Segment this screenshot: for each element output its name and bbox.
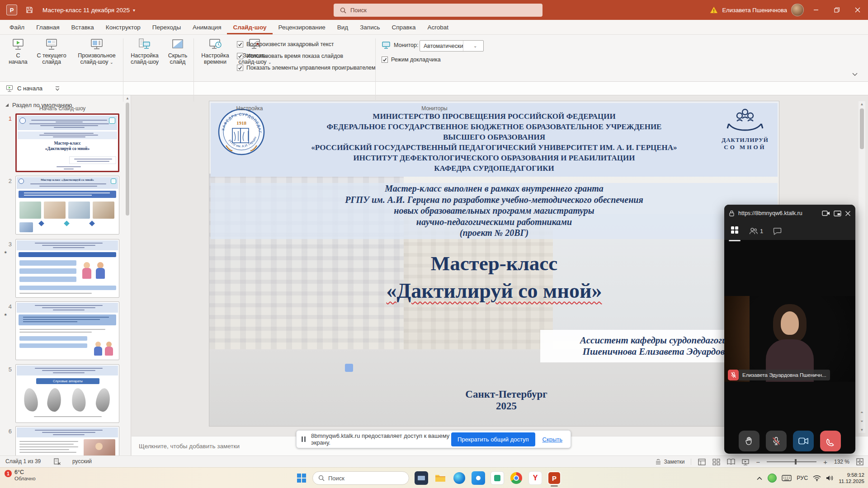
minimize-button[interactable] xyxy=(806,0,826,20)
touch-keyboard-icon[interactable] xyxy=(782,474,792,482)
microphone-muted-button[interactable] xyxy=(766,431,787,451)
restore-button[interactable] xyxy=(826,0,847,20)
slide-counter[interactable]: Слайд 1 из 39 xyxy=(5,458,41,465)
grant-text-block[interactable]: Мастер-класс выполнен в рамках внутренне… xyxy=(211,183,778,239)
record-slideshow-button[interactable]: Записать слайд-шоу ⌄ xyxy=(235,35,275,65)
close-icon[interactable] xyxy=(845,211,851,216)
slideshow-view-icon[interactable] xyxy=(742,459,749,465)
zoom-out-button[interactable]: − xyxy=(756,458,760,466)
search-box[interactable]: Поиск xyxy=(334,4,542,17)
zoom-level[interactable]: 132 % xyxy=(834,459,849,465)
taskbar-icon-display[interactable] xyxy=(415,471,428,485)
zoom-in-button[interactable]: + xyxy=(823,458,827,466)
avatar[interactable] xyxy=(791,4,804,16)
tab-help[interactable]: Справка xyxy=(386,20,421,34)
panel-scroll-up-icon[interactable]: ▲ xyxy=(125,96,130,101)
checkbox-presenter-view[interactable]: Режим докладчика xyxy=(382,56,441,63)
notes-toggle-button[interactable]: Заметки xyxy=(655,459,692,465)
language-indicator[interactable]: русский xyxy=(72,458,92,465)
taskbar-search[interactable]: Поиск xyxy=(312,471,409,485)
volume-icon[interactable] xyxy=(826,475,834,481)
tab-home[interactable]: Главная xyxy=(30,20,65,34)
taskbar-icon-app-teal[interactable] xyxy=(491,471,504,485)
reading-view-icon[interactable] xyxy=(727,459,735,465)
scroll-up-icon[interactable]: ▲ xyxy=(859,101,865,106)
stop-sharing-button[interactable]: Прекратить общий доступ xyxy=(451,432,535,446)
tab-review[interactable]: Рецензирование xyxy=(273,20,331,34)
grid-view-icon[interactable] xyxy=(731,226,739,236)
tab-slideshow[interactable]: Слайд-шоу xyxy=(227,20,272,34)
tray-expand-icon[interactable] xyxy=(756,476,763,480)
picture-in-picture-icon[interactable] xyxy=(834,211,841,216)
slide-title[interactable]: Мастер-класс «Дактилируй со мной» xyxy=(209,250,779,305)
slide-thumbnail-6[interactable] xyxy=(15,426,119,455)
tab-acrobat[interactable]: Acrobat xyxy=(421,20,454,34)
hide-notification-link[interactable]: Скрыть xyxy=(542,436,562,443)
from-current-slide-button[interactable]: С текущего слайда xyxy=(33,35,70,65)
taskbar-icon-chrome[interactable] xyxy=(509,471,523,485)
next-slide-icon[interactable]: ⏷ xyxy=(859,419,865,424)
zoom-slider[interactable] xyxy=(767,461,816,462)
user-name[interactable]: Елизавета Пшеничнова xyxy=(722,7,787,14)
participants-button[interactable]: 1 xyxy=(749,227,763,235)
scroll-down-icon[interactable]: ▼ xyxy=(859,428,865,432)
document-title[interactable]: Мастер-класс 11 декабря 2025▾ xyxy=(42,7,135,14)
tab-file[interactable]: Файл xyxy=(4,20,30,34)
checkbox-show-media-controls[interactable]: Показать элементы управления проигрывате… xyxy=(237,65,376,71)
scrollbar-thumb[interactable] xyxy=(860,108,864,149)
rehearse-timings-button[interactable]: Настройка времени xyxy=(197,35,233,65)
collapse-ribbon-icon[interactable] xyxy=(852,70,858,79)
tray-app-icon-green[interactable] xyxy=(768,474,777,483)
slide-header-block[interactable]: МИНИСТЕРСТВО ПРОСВЕЩЕНИЯ РОССИЙСКОЙ ФЕДЕ… xyxy=(211,103,778,177)
tab-insert[interactable]: Вставка xyxy=(66,20,100,34)
taskbar-icon-app-blue[interactable] xyxy=(472,471,485,485)
city-year-block[interactable]: Санкт-Петербург 2025 xyxy=(461,389,552,412)
taskbar-icon-yandex[interactable]: Y xyxy=(528,471,542,485)
slide-thumbnail-2[interactable]: Мастер-класс «Дактилируй со мной» xyxy=(15,176,119,235)
slide-canvas[interactable]: МИНИСТЕРСТВО ПРОСВЕЩЕНИЯ РОССИЙСКОЙ ФЕДЕ… xyxy=(209,101,779,426)
tab-transitions[interactable]: Переходы xyxy=(146,20,187,34)
tab-design[interactable]: Конструктор xyxy=(100,20,146,34)
call-url[interactable]: https://8bmnyqw6.ktalk.ru xyxy=(738,210,818,216)
hang-up-button[interactable] xyxy=(820,431,841,451)
slide-thumbnail-4[interactable] xyxy=(15,301,119,360)
tab-animations[interactable]: Анимация xyxy=(187,20,227,34)
checkbox-use-timings[interactable]: Использовать время показа слайдов xyxy=(237,53,343,59)
previous-slide-icon[interactable]: ⏶ xyxy=(859,410,865,415)
zoom-slider-thumb[interactable] xyxy=(795,459,797,465)
wifi-icon[interactable] xyxy=(813,475,821,481)
panel-scrollbar-thumb[interactable] xyxy=(126,103,129,216)
spellcheck-icon[interactable] xyxy=(53,458,61,465)
camera-on-button[interactable] xyxy=(793,431,814,451)
start-button[interactable] xyxy=(296,473,307,483)
chat-icon[interactable] xyxy=(773,227,782,235)
taskbar-icon-powerpoint-active[interactable]: P xyxy=(547,471,561,485)
tab-record[interactable]: Запись xyxy=(354,20,386,34)
tab-view[interactable]: Вид xyxy=(331,20,354,34)
monitor-select[interactable]: Автоматически ⌄ xyxy=(420,40,484,52)
input-language[interactable]: РУС xyxy=(797,475,808,481)
participant-video-feed[interactable] xyxy=(724,296,855,382)
slide-sorter-icon[interactable] xyxy=(712,459,720,465)
close-button[interactable] xyxy=(847,0,868,20)
quick-from-beginning-button[interactable]: С начала xyxy=(17,85,42,92)
custom-slideshow-button[interactable]: Произвольное слайд-шоу ⌄ xyxy=(73,35,120,65)
slide-thumbnail-1[interactable]: Мастер-класс «Дактилируй со мной» xyxy=(15,113,119,172)
slide-thumbnail-3[interactable] xyxy=(15,239,119,298)
weather-widget[interactable]: 1 6°C Облачно xyxy=(5,469,36,482)
clock[interactable]: 9:58:12 11.12.2025 xyxy=(839,472,864,484)
setup-slideshow-button[interactable]: Настройка слайд-шоу xyxy=(127,35,163,65)
fit-to-window-icon[interactable] xyxy=(856,458,863,465)
normal-view-icon[interactable] xyxy=(698,459,706,465)
editor-scrollbar[interactable]: ▲ ⏶ ⏷ ▼ xyxy=(859,101,865,433)
customize-toolbar-icon[interactable] xyxy=(54,85,61,92)
slide-thumbnail-5[interactable]: Слуховые аппараты xyxy=(15,364,119,423)
taskbar-icon-edge[interactable] xyxy=(453,471,466,485)
from-beginning-button[interactable]: С начала xyxy=(5,35,32,65)
taskbar-icon-explorer[interactable] xyxy=(434,471,447,485)
raise-hand-button[interactable] xyxy=(739,431,760,451)
save-icon[interactable] xyxy=(23,3,36,17)
checkbox-play-narrations[interactable]: Воспроизвести закадровый текст xyxy=(237,41,334,47)
camera-icon[interactable] xyxy=(822,210,830,216)
hide-slide-button[interactable]: Скрыть слайд xyxy=(165,35,191,65)
